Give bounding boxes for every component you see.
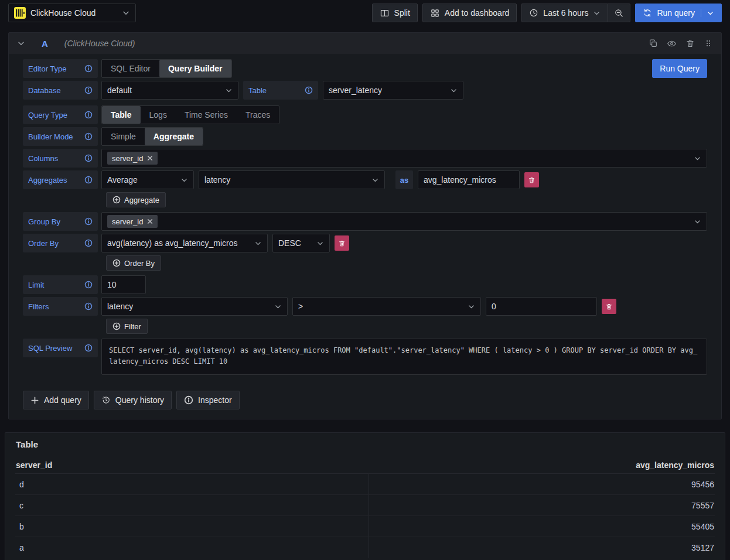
add-order-by-button[interactable]: Order By xyxy=(106,255,161,271)
info-icon[interactable] xyxy=(84,176,93,184)
plus-circle-icon xyxy=(112,196,121,204)
filter-operator-select[interactable]: > xyxy=(292,297,481,316)
group-by-row: Group By server_id xyxy=(23,212,707,231)
info-icon[interactable] xyxy=(84,132,93,141)
datasource-picker[interactable]: ClickHouse Cloud xyxy=(8,4,136,22)
inspector-button[interactable]: Inspector xyxy=(176,391,240,409)
remove-filter-button[interactable] xyxy=(602,299,616,314)
remove-chip-icon[interactable] xyxy=(147,218,153,224)
columns-chip-server-id[interactable]: server_id xyxy=(107,152,158,165)
zoom-out-time-button[interactable] xyxy=(608,4,630,22)
column-header-server-id[interactable]: server_id xyxy=(15,460,369,470)
query-type-time-series[interactable]: Time Series xyxy=(176,106,237,124)
info-icon[interactable] xyxy=(84,281,93,289)
info-icon[interactable] xyxy=(84,239,93,247)
limit-input[interactable]: 10 xyxy=(101,275,146,294)
column-header-avg-latency-micros[interactable]: avg_latency_micros xyxy=(369,460,715,470)
info-circle-icon xyxy=(184,395,193,405)
hide-response-eye-icon[interactable] xyxy=(667,39,677,49)
explore-toolbar: ClickHouse Cloud Split Add to dashboard … xyxy=(0,0,730,26)
filter-column-select[interactable]: latency xyxy=(101,297,288,316)
info-icon[interactable] xyxy=(84,217,93,226)
builder-mode-aggregate[interactable]: Aggregate xyxy=(145,128,203,145)
group-by-chip-server-id[interactable]: server_id xyxy=(107,215,158,228)
info-icon[interactable] xyxy=(84,302,93,310)
drag-handle-icon[interactable] xyxy=(704,38,713,49)
run-query-button[interactable]: Run Query xyxy=(652,59,707,78)
clock-icon xyxy=(529,8,538,18)
query-type-label: Query Type xyxy=(23,105,98,124)
group-by-multiselect[interactable]: server_id xyxy=(101,212,707,231)
collapse-chevron-icon[interactable] xyxy=(17,39,25,47)
editor-type-label: Editor Type xyxy=(23,59,98,78)
info-icon[interactable] xyxy=(84,344,93,352)
table-select[interactable]: server_latency xyxy=(323,81,463,100)
datasource-name: ClickHouse Cloud xyxy=(30,8,95,18)
dashboard-grid-icon xyxy=(430,8,440,18)
results-table: server_id avg_latency_micros d 95456 c 7… xyxy=(15,456,715,558)
query-type-row: Query Type Table Logs Time Series Traces xyxy=(23,105,707,124)
add-filter-row: Filter xyxy=(106,319,707,334)
sql-preview-text: SELECT server_id, avg(latency) as avg_la… xyxy=(101,339,707,375)
sql-editor-option[interactable]: SQL Editor xyxy=(102,60,159,77)
query-builder-option[interactable]: Query Builder xyxy=(159,60,231,77)
order-by-label: Order By xyxy=(23,234,98,252)
query-footer-actions: Add query Query history Inspector xyxy=(23,391,707,409)
order-by-field-select[interactable]: avg(latency) as avg_latency_micros xyxy=(101,234,268,252)
sql-preview-row: SQL Preview SELECT server_id, avg(latenc… xyxy=(23,339,707,375)
chevron-down-icon xyxy=(690,218,701,226)
add-filter-button[interactable]: Filter xyxy=(106,319,148,334)
info-icon[interactable] xyxy=(84,86,93,94)
columns-multiselect[interactable]: server_id xyxy=(101,149,707,168)
database-select[interactable]: default xyxy=(101,81,238,100)
filters-row: Filters latency > 0 xyxy=(23,297,707,316)
duplicate-query-icon[interactable] xyxy=(649,39,658,48)
group-by-label: Group By xyxy=(23,212,98,231)
query-type-traces[interactable]: Traces xyxy=(237,106,279,124)
filter-value-input[interactable]: 0 xyxy=(486,297,597,316)
query-row-header[interactable]: A (ClickHouse Cloud) xyxy=(9,33,721,54)
remove-query-trash-icon[interactable] xyxy=(685,39,695,48)
as-label: as xyxy=(395,170,413,189)
builder-mode-switch: Simple Aggregate xyxy=(101,127,203,146)
query-type-logs[interactable]: Logs xyxy=(141,106,176,124)
info-icon[interactable] xyxy=(84,154,93,162)
run-query-toolbar-button[interactable]: Run query xyxy=(635,4,722,22)
table-row[interactable]: b 55405 xyxy=(15,516,715,537)
table-row[interactable]: a 35127 xyxy=(15,537,715,558)
order-by-direction-select[interactable]: DESC xyxy=(272,234,330,252)
split-button[interactable]: Split xyxy=(372,4,418,22)
info-icon[interactable] xyxy=(305,86,313,94)
cell-avg-latency: 75557 xyxy=(369,501,715,510)
builder-mode-row: Builder Mode Simple Aggregate xyxy=(23,127,707,146)
plus-circle-icon xyxy=(112,322,121,330)
chevron-down-icon[interactable] xyxy=(701,9,714,17)
chevron-down-icon xyxy=(464,303,475,310)
database-table-row: Database default Table server_latency xyxy=(23,81,707,100)
cell-server-id: d xyxy=(15,474,369,494)
add-aggregate-button[interactable]: Aggregate xyxy=(106,192,166,207)
add-query-button[interactable]: Add query xyxy=(23,391,89,409)
time-picker-group: Last 6 hours xyxy=(521,4,630,22)
info-icon[interactable] xyxy=(84,111,93,119)
zoom-out-icon xyxy=(614,8,624,18)
results-table-panel: Table server_id avg_latency_micros d 954… xyxy=(5,432,725,560)
remove-chip-icon[interactable] xyxy=(147,155,153,161)
table-row[interactable]: d 95456 xyxy=(15,474,715,495)
history-icon xyxy=(101,395,111,405)
aggregate-alias-input[interactable]: avg_latency_micros xyxy=(418,170,520,189)
remove-order-by-button[interactable] xyxy=(335,235,349,251)
columns-label: Columns xyxy=(23,149,98,168)
builder-mode-simple[interactable]: Simple xyxy=(102,128,145,145)
add-to-dashboard-button[interactable]: Add to dashboard xyxy=(422,4,517,22)
add-order-by-row: Order By xyxy=(106,255,707,271)
query-history-button[interactable]: Query history xyxy=(94,391,172,409)
aggregate-function-select[interactable]: Average xyxy=(101,170,194,189)
remove-aggregate-button[interactable] xyxy=(524,172,539,187)
query-type-table[interactable]: Table xyxy=(102,106,141,124)
aggregate-column-select[interactable]: latency xyxy=(199,170,385,189)
table-row[interactable]: c 75557 xyxy=(15,495,715,516)
time-range-button[interactable]: Last 6 hours xyxy=(521,4,608,22)
info-icon[interactable] xyxy=(84,64,93,73)
chevron-down-icon xyxy=(271,303,282,310)
